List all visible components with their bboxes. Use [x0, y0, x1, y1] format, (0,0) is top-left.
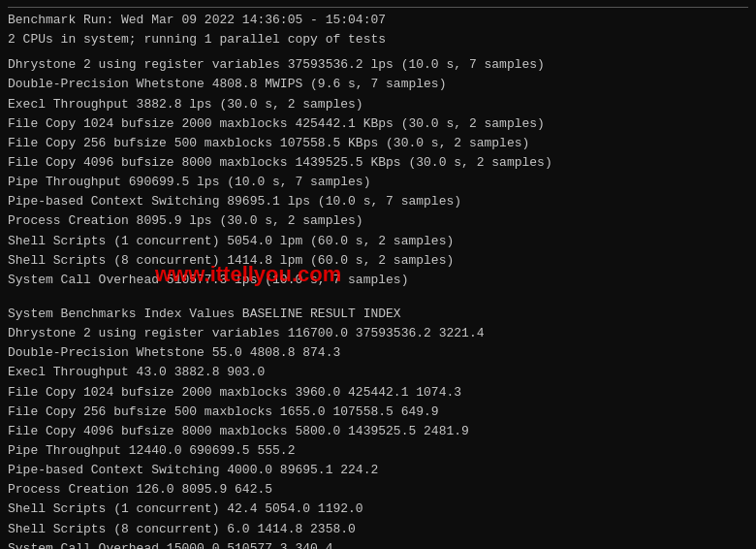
index-row: Shell Scripts (1 concurrent) 42.4 5054.0… — [8, 500, 748, 519]
header-line2: 2 CPUs in system; running 1 parallel cop… — [8, 30, 748, 49]
index-row: File Copy 4096 bufsize 8000 maxblocks 58… — [8, 422, 748, 441]
header-section: Benchmark Run: Wed Mar 09 2022 14:36:05 … — [8, 11, 748, 49]
bench-row: Pipe-based Context Switching 89695.1 lps… — [8, 192, 748, 211]
bench-row: Process Creation 8095.9 lps (30.0 s, 2 s… — [8, 211, 748, 231]
bench-row: File Copy 4096 bufsize 8000 maxblocks 14… — [8, 153, 748, 173]
bench-row: Shell Scripts (1 concurrent) 5054.0 lpm … — [8, 232, 748, 251]
index-header-row: System Benchmarks Index Values BASELINE … — [8, 305, 748, 324]
bench-row: System Call Overhead 510577.3 lps (10.0 … — [8, 271, 748, 290]
bench-row: Double-Precision Whetstone 4808.8 MWIPS … — [8, 75, 748, 94]
header-line1: Benchmark Run: Wed Mar 09 2022 14:36:05 … — [8, 11, 748, 30]
index-row: Double-Precision Whetstone 55.0 4808.8 8… — [8, 343, 748, 363]
bench-row: File Copy 1024 bufsize 2000 maxblocks 42… — [8, 114, 748, 134]
index-row: Process Creation 126.0 8095.9 642.5 — [8, 480, 748, 500]
index-row: Execl Throughput 43.0 3882.8 903.0 — [8, 363, 748, 382]
index-row: Dhrystone 2 using register variables 116… — [8, 324, 748, 343]
index-row: File Copy 256 bufsize 500 maxblocks 1655… — [8, 403, 748, 422]
index-section: System Benchmarks Index Values BASELINE … — [8, 305, 748, 549]
index-row: System Call Overhead 15000.0 510577.3 34… — [8, 539, 748, 549]
main-container: Benchmark Run: Wed Mar 09 2022 14:36:05 … — [0, 0, 756, 549]
index-row: Pipe-based Context Switching 4000.0 8969… — [8, 461, 748, 480]
index-row: File Copy 1024 bufsize 2000 maxblocks 39… — [8, 383, 748, 403]
index-row: Pipe Throughput 12440.0 690699.5 555.2 — [8, 441, 748, 461]
benchmark-results: Dhrystone 2 using register variables 375… — [8, 55, 748, 305]
bench-row: Pipe Throughput 690699.5 lps (10.0 s, 7 … — [8, 173, 748, 192]
bench-row: Dhrystone 2 using register variables 375… — [8, 55, 748, 75]
index-row: Shell Scripts (8 concurrent) 6.0 1414.8 … — [8, 520, 748, 539]
bench-row: Shell Scripts (8 concurrent) 1414.8 lpm … — [8, 251, 748, 271]
top-divider — [8, 7, 748, 8]
bench-row: File Copy 256 bufsize 500 maxblocks 1075… — [8, 134, 748, 153]
bench-row: Execl Throughput 3882.8 lps (30.0 s, 2 s… — [8, 95, 748, 114]
